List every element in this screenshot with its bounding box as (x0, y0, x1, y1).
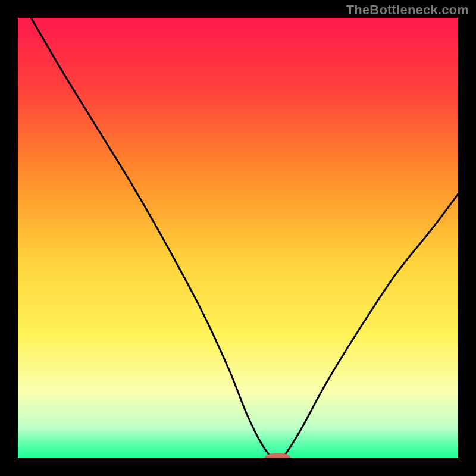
minimum-marker (264, 453, 290, 464)
chart-frame: TheBottleneck.com (0, 0, 476, 476)
attribution-text: TheBottleneck.com (346, 2, 469, 18)
bottleneck-chart (0, 0, 476, 476)
